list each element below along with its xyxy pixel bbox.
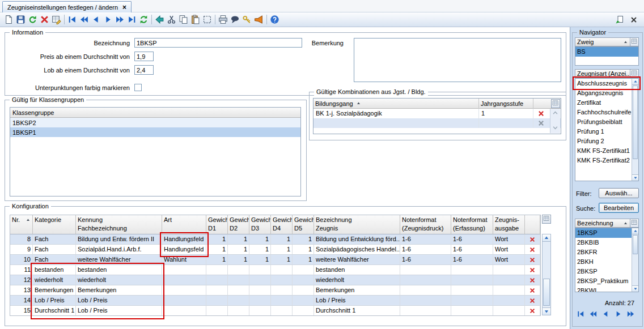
nav-back-icon[interactable] (90, 14, 102, 25)
delete-row-button[interactable] (525, 275, 540, 285)
bezeichnung-item[interactable]: 2BKH (575, 257, 638, 267)
zeugnisart-item[interactable]: Fachhochschulreife (575, 108, 638, 117)
scroll-up-icon[interactable] (632, 228, 638, 234)
delete-row-button[interactable] (533, 109, 548, 118)
column-header-klassengruppe[interactable]: Klassengruppe (10, 108, 300, 118)
assign-left-icon[interactable] (154, 14, 166, 25)
bezeichnung-scrollbar[interactable] (632, 228, 638, 292)
lob-input[interactable] (134, 65, 154, 75)
scroll-down-icon[interactable] (632, 285, 638, 292)
select-region-icon[interactable] (201, 14, 213, 25)
column-header-gewicht-d3[interactable]: GewichtD3 (249, 215, 271, 234)
nav-forward-icon[interactable] (102, 14, 114, 25)
konfig-row[interactable]: 10Fachweitere WahlfächerWahlunt11111weit… (10, 255, 540, 265)
bezeichnung-item[interactable]: 2BKSP (575, 267, 638, 276)
column-header-kategorie[interactable]: Kategorie (33, 215, 76, 234)
column-header-kennung-fachbezeichnung[interactable]: KennungFachbezeichnung (76, 215, 162, 234)
table-options-button[interactable] (551, 99, 560, 108)
bezeichnung-item[interactable]: 1BKSP (575, 228, 638, 238)
delete-icon[interactable] (39, 14, 50, 25)
nav-forward-button[interactable] (613, 309, 623, 318)
klassengruppe-row[interactable]: 1BKSP1 (10, 127, 300, 137)
zeugnisart-item[interactable]: Prüfungsbeiblatt (575, 117, 638, 127)
nav-fast-forward-icon[interactable] (114, 14, 126, 25)
nav-back-button[interactable] (601, 309, 611, 318)
nav-fast-back-icon[interactable] (78, 14, 90, 25)
konfig-row[interactable]: 15Durchschnitt 1Lob / PreisDurchschnitt … (10, 306, 540, 316)
zeugnisart-item[interactable]: Abgangszeugnis (575, 88, 638, 98)
print-icon[interactable] (217, 14, 229, 25)
reload-icon[interactable] (27, 14, 39, 25)
delete-row-button[interactable] (525, 296, 540, 306)
zweig-item[interactable]: BS (575, 47, 638, 57)
kombinationen-scrollbar[interactable] (550, 109, 560, 133)
zeugnisart-item[interactable]: Prüfung 2 (575, 136, 638, 146)
konfig-row[interactable]: 11bestandenbestandenbestanden (10, 265, 540, 275)
scroll-up-icon[interactable] (543, 234, 550, 242)
column-header-gewicht-d1[interactable]: GewichtD1 (206, 215, 228, 234)
zeugnisart-options-button[interactable] (630, 69, 639, 78)
new-icon[interactable] (3, 14, 15, 25)
zeugnisart-item[interactable]: Abschlusszeugnis (575, 79, 638, 88)
kombination-row[interactable]: BK 1-j. Sozialpädagogik1 (313, 109, 561, 118)
scroll-down-icon[interactable] (543, 307, 550, 315)
column-header-gewicht-d2[interactable]: GewichtD2 (228, 215, 249, 234)
nav-fast-forward-button[interactable] (626, 309, 635, 318)
close-icon[interactable] (628, 14, 639, 25)
edit-table-icon[interactable] (50, 14, 62, 25)
delete-row-button[interactable] (525, 306, 540, 316)
zeugnisart-item[interactable]: Prüfung 1 (575, 127, 638, 136)
scrollbar-thumb[interactable] (543, 279, 550, 306)
bezeichnung-item[interactable]: 2BKFR (575, 247, 638, 257)
scrollbar-thumb[interactable] (633, 86, 638, 159)
delete-row-button[interactable] (525, 265, 540, 275)
tab-zeugniseinstellungen[interactable]: Zeugniseinstellungen festlegen / ändern … (2, 1, 132, 12)
delete-row-button[interactable] (525, 285, 540, 296)
delete-row-button[interactable] (525, 255, 540, 265)
cut-icon[interactable] (166, 14, 177, 25)
delete-row-button[interactable] (525, 245, 540, 255)
megaphone-icon[interactable] (253, 14, 265, 25)
nav-first-icon[interactable] (66, 14, 78, 25)
bezeichnung-options-button[interactable] (630, 219, 639, 228)
column-header-notenformat-zeugnisdruck[interactable]: Notenformat(Zeugnisdruck) (400, 215, 451, 234)
unterpunktungen-checkbox[interactable] (134, 84, 142, 91)
scroll-down-icon[interactable] (632, 174, 638, 181)
copy-icon[interactable] (177, 14, 189, 25)
help-icon[interactable] (269, 14, 281, 25)
refresh-icon[interactable] (138, 14, 150, 25)
konfig-row[interactable]: 12wiederholtwiederholtwiederholt (10, 275, 540, 285)
filter-auswahl-button[interactable]: Auswäh... (599, 188, 639, 198)
column-header-jahrgangsstufe[interactable]: Jahrgangsstufe (479, 99, 533, 109)
bezeichnung-item[interactable]: 2BKWI (575, 286, 638, 292)
column-header-gewicht-d4[interactable]: GewichtD4 (271, 215, 293, 234)
zeugnisart-item[interactable]: KMK FS-Zertifikat2 (575, 156, 638, 165)
detach-icon[interactable] (613, 14, 625, 25)
zeugnisart-scrollbar[interactable] (632, 79, 638, 181)
comment-icon[interactable] (229, 14, 241, 25)
nav-first-button[interactable] (576, 309, 586, 318)
column-header-notenformat-erfassung[interactable]: Notenformat(Erfassung) (451, 215, 493, 234)
konfig-row[interactable]: 14Lob / PreisLob / PreisLob / Preis (10, 296, 540, 306)
bezeichnung-item[interactable]: 2BKSP_Praktikum (575, 276, 638, 286)
suche-bearbeiten-button[interactable]: Bearbeiten (599, 203, 639, 213)
column-header-nr[interactable]: Nr. (10, 215, 33, 234)
nav-fast-back-button[interactable] (588, 309, 598, 318)
nav-last-icon[interactable] (126, 14, 138, 25)
column-header-gewicht-d5[interactable]: GewichtD5 (293, 215, 314, 234)
column-header-bezeichnung-zeugnis[interactable]: BezeichnungZeugnis (314, 215, 400, 234)
konfiguration-scrollbar[interactable] (542, 234, 551, 315)
scroll-up-icon[interactable] (632, 79, 638, 85)
konfig-row[interactable]: 8FachBildung und Entw. fördern IIHandlun… (10, 234, 540, 245)
delete-row-button[interactable] (525, 234, 540, 245)
klassengruppe-row[interactable]: 1BKSP2 (10, 118, 300, 127)
scroll-up-icon[interactable] (552, 110, 558, 117)
konfig-row[interactable]: 13BemerkungenBemerkungenBemerkungen (10, 285, 540, 296)
key-icon[interactable] (241, 14, 253, 25)
preis-input[interactable] (134, 52, 154, 61)
column-header-art[interactable]: Art (162, 215, 206, 234)
zeugnisart-item[interactable]: Zertifikat (575, 98, 638, 108)
column-header-zeugnis-ausgabe[interactable]: Zeugnis-ausgabe (493, 215, 525, 234)
table-options-button[interactable] (542, 215, 551, 224)
tab-close-icon[interactable]: × (122, 4, 126, 11)
